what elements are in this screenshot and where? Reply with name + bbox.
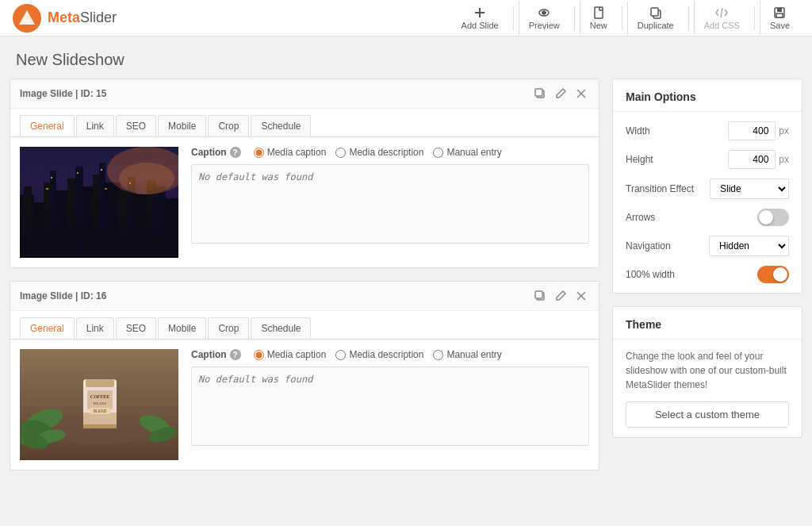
main-options-panel: Main Options Width px Height px <box>612 79 802 294</box>
full-width-toggle-thumb <box>773 267 787 282</box>
preview-button[interactable]: Preview <box>519 2 569 35</box>
slide-2-tab-general[interactable]: General <box>20 317 75 339</box>
navigation-select[interactable]: Hidden Dots Thumbnails <box>709 236 789 256</box>
slide-card-2-header: Image Slide | ID: 16 <box>10 282 599 311</box>
width-row: Width px <box>626 121 789 140</box>
slide-2-tab-seo[interactable]: SEO <box>116 317 156 339</box>
right-panel: Main Options Width px Height px <box>612 79 802 470</box>
duplicate-button[interactable]: Duplicate <box>627 2 684 35</box>
slide-1-tab-crop[interactable]: Crop <box>208 115 249 136</box>
arrows-toggle-thumb <box>759 210 773 225</box>
slide-1-title: Image Slide | ID: 15 <box>20 88 106 99</box>
slide-2-help-icon[interactable]: ? <box>230 349 241 360</box>
height-input[interactable] <box>728 150 776 169</box>
svg-rect-30 <box>118 190 130 258</box>
slide-2-caption-area: Caption ? Media caption Media descriptio… <box>191 349 589 460</box>
slide-card-1-header: Image Slide | ID: 15 <box>10 79 599 109</box>
slide-2-title: Image Slide | ID: 16 <box>20 290 106 301</box>
svg-rect-31 <box>128 177 136 258</box>
slide-2-close-button[interactable] <box>573 288 589 304</box>
slide-1-tab-link[interactable]: Link <box>76 115 114 136</box>
slide-2-radio-media-desc[interactable]: Media description <box>335 349 423 360</box>
svg-rect-18 <box>20 194 34 258</box>
eye-icon <box>538 6 550 19</box>
transition-label: Transition Effect <box>626 183 694 194</box>
width-input-group: px <box>728 121 789 140</box>
svg-rect-27 <box>93 175 102 258</box>
metaslider-logo-icon <box>13 4 41 33</box>
arrows-toggle[interactable] <box>757 209 789 226</box>
add-css-button[interactable]: Add CSS <box>694 2 749 35</box>
transition-select[interactable]: Slide Fade None <box>710 179 789 199</box>
slide-1-caption-textarea[interactable] <box>191 164 589 244</box>
svg-rect-35 <box>164 198 178 258</box>
navigation-label: Navigation <box>626 240 671 251</box>
slide-1-tab-seo[interactable]: SEO <box>116 115 156 136</box>
slide-1-help-icon[interactable]: ? <box>230 147 241 158</box>
divider <box>513 6 514 30</box>
save-button[interactable]: Save <box>760 2 799 35</box>
svg-rect-29 <box>103 182 121 258</box>
slide-1-radio-media-caption[interactable]: Media caption <box>254 147 327 158</box>
svg-point-5 <box>542 11 546 14</box>
svg-text:BEANS: BEANS <box>94 401 107 405</box>
svg-rect-19 <box>24 186 32 258</box>
logo-text: MetaSlider <box>48 10 117 26</box>
arrows-label: Arrows <box>626 212 655 223</box>
slide-2-content: COFFEE BEANS BLEND Caption ? <box>10 340 599 470</box>
slide-2-caption-textarea[interactable] <box>191 367 589 446</box>
slide-1-radio-media-desc[interactable]: Media description <box>335 147 423 158</box>
slide-1-caption-label: Caption ? <box>191 147 241 158</box>
slide-1-duplicate-button[interactable] <box>532 86 548 102</box>
header-actions: Add Slide Preview New Duplicate Add CSS … <box>452 2 799 35</box>
transition-row: Transition Effect Slide Fade None <box>626 179 789 199</box>
slide-1-tab-schedule[interactable]: Schedule <box>251 115 311 136</box>
close-icon <box>575 87 588 100</box>
edit-icon <box>554 290 567 302</box>
divider <box>754 6 755 30</box>
svg-point-43 <box>119 163 174 194</box>
height-label: Height <box>626 154 653 165</box>
svg-rect-28 <box>99 163 105 258</box>
svg-rect-22 <box>50 171 56 258</box>
slide-1-tab-mobile[interactable]: Mobile <box>158 115 206 136</box>
full-width-toggle[interactable] <box>757 266 789 283</box>
slide-1-actions <box>532 86 589 102</box>
slide-2-radio-media-caption[interactable]: Media caption <box>254 349 327 360</box>
slide-2-tab-schedule[interactable]: Schedule <box>251 317 311 339</box>
slide-2-radio-manual[interactable]: Manual entry <box>433 349 501 360</box>
theme-panel: Theme Change the look and feel of your s… <box>612 306 802 438</box>
slide-1-radio-manual[interactable]: Manual entry <box>433 147 501 158</box>
width-label: Width <box>626 125 650 136</box>
add-slide-button[interactable]: Add Slide <box>452 2 508 35</box>
slide-2-tab-crop[interactable]: Crop <box>208 317 249 339</box>
new-button[interactable]: New <box>580 2 617 35</box>
slide-2-radio-group: Media caption Media description Manual e… <box>254 349 502 360</box>
slide-2-tab-link[interactable]: Link <box>76 317 114 339</box>
slide-2-tab-mobile[interactable]: Mobile <box>158 317 206 339</box>
slide-1-radio-group: Media caption Media description Manual e… <box>254 147 502 158</box>
slide-2-edit-button[interactable] <box>553 288 569 304</box>
slide-2-duplicate-button[interactable] <box>532 288 548 304</box>
copy-icon <box>649 6 662 19</box>
theme-description: Change the look and feel of your slidesh… <box>626 349 789 392</box>
svg-rect-20 <box>34 202 46 258</box>
theme-title: Theme <box>613 307 802 340</box>
svg-rect-45 <box>20 240 178 243</box>
svg-rect-12 <box>776 13 783 17</box>
slide-1-tabs: General Link SEO Mobile Crop Schedule <box>10 109 599 137</box>
select-custom-theme-button[interactable]: Select a custom theme <box>626 401 789 428</box>
svg-rect-44 <box>20 234 178 258</box>
height-input-group: px <box>728 150 789 169</box>
page-title: New Slideshow <box>16 51 796 69</box>
theme-body: Change the look and feel of your slidesh… <box>613 340 802 437</box>
width-input[interactable] <box>728 121 776 140</box>
height-unit: px <box>779 154 789 165</box>
page-title-area: New Slideshow <box>0 36 812 79</box>
slide-1-edit-button[interactable] <box>553 86 569 102</box>
slide-2-image: COFFEE BEANS BLEND <box>20 349 178 460</box>
svg-rect-11 <box>777 8 782 12</box>
slide-1-tab-general[interactable]: General <box>20 115 75 136</box>
slide-1-close-button[interactable] <box>573 86 589 102</box>
svg-rect-6 <box>595 7 603 18</box>
